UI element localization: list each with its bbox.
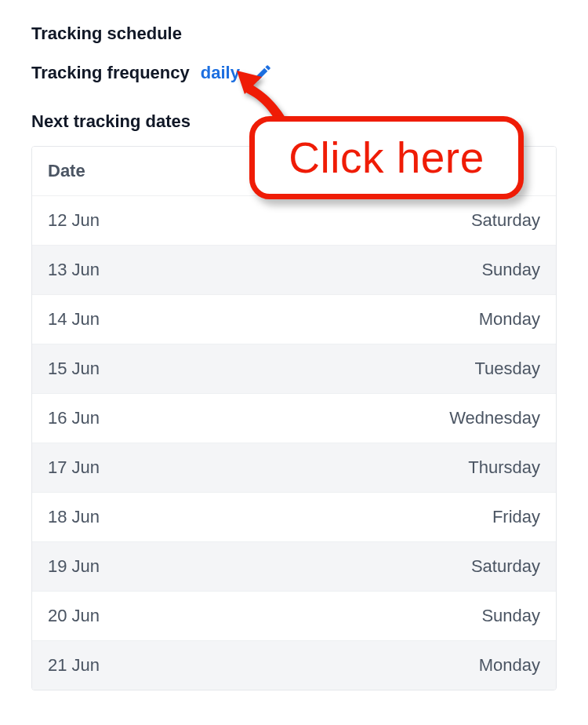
table-row: 14 JunMonday	[32, 294, 556, 344]
cell-date: 17 Jun	[48, 457, 100, 478]
table-row: 13 JunSunday	[32, 245, 556, 294]
tracking-dates-table: Date 12 JunSaturday13 JunSunday14 JunMon…	[31, 146, 557, 690]
callout-label: Click here	[289, 133, 485, 183]
tracking-frequency-row: Tracking frequency daily	[31, 61, 557, 85]
tracking-frequency-label: Tracking frequency	[31, 63, 190, 83]
cell-date: 20 Jun	[48, 606, 100, 626]
pencil-icon	[252, 63, 273, 83]
section-title: Tracking schedule	[31, 24, 557, 44]
click-here-callout: Click here	[249, 116, 524, 199]
table-row: 16 JunWednesday	[32, 393, 556, 443]
table-row: 19 JunSaturday	[32, 541, 556, 591]
cell-day: Monday	[479, 655, 540, 676]
cell-date: 13 Jun	[48, 260, 100, 280]
cell-day: Saturday	[471, 556, 540, 577]
cell-day: Friday	[492, 507, 540, 527]
edit-frequency-button[interactable]	[251, 61, 274, 85]
cell-day: Monday	[479, 309, 540, 330]
cell-day: Wednesday	[449, 408, 540, 428]
cell-day: Tuesday	[474, 359, 540, 379]
cell-day: Thursday	[468, 457, 540, 478]
cell-day: Sunday	[481, 260, 540, 280]
cell-date: 15 Jun	[48, 359, 100, 379]
cell-date: 16 Jun	[48, 408, 100, 428]
cell-date: 21 Jun	[48, 655, 100, 676]
tracking-frequency-value[interactable]: daily	[201, 63, 240, 83]
table-row: 12 JunSaturday	[32, 195, 556, 245]
cell-day: Sunday	[481, 606, 540, 626]
cell-date: 14 Jun	[48, 309, 100, 330]
cell-date: 18 Jun	[48, 507, 100, 527]
cell-day: Saturday	[471, 210, 540, 231]
table-row: 21 JunMonday	[32, 640, 556, 690]
table-row: 15 JunTuesday	[32, 344, 556, 393]
table-row: 20 JunSunday	[32, 591, 556, 640]
table-row: 17 JunThursday	[32, 443, 556, 492]
cell-date: 12 Jun	[48, 210, 100, 231]
table-row: 18 JunFriday	[32, 492, 556, 541]
cell-date: 19 Jun	[48, 556, 100, 577]
